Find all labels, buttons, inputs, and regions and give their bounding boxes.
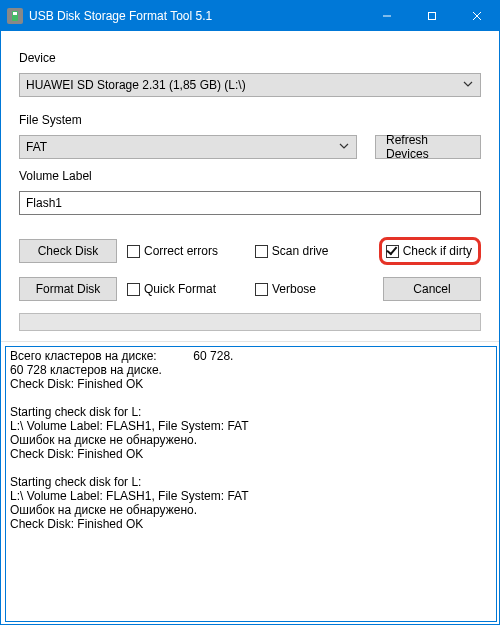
checkbox-icon [255, 283, 268, 296]
log-text: Всего кластеров на диске: 60 728. 60 728… [6, 347, 497, 533]
progress-bar [19, 313, 481, 331]
check-if-dirty-checkbox[interactable]: Check if dirty [386, 244, 472, 258]
window-title: USB Disk Storage Format Tool 5.1 [29, 9, 358, 23]
device-dropdown[interactable]: HUAWEI SD Storage 2.31 (1,85 GB) (L:\) [19, 73, 481, 97]
minimize-button[interactable] [364, 1, 409, 31]
app-window: USB Disk Storage Format Tool 5.1 Device … [0, 0, 500, 625]
maximize-button[interactable] [409, 1, 454, 31]
svg-rect-1 [13, 12, 17, 15]
log-textarea[interactable]: Всего кластеров на диске: 60 728. 60 728… [5, 346, 497, 622]
close-button[interactable] [454, 1, 499, 31]
correct-errors-checkbox[interactable]: Correct errors [127, 244, 245, 258]
verbose-checkbox[interactable]: Verbose [255, 282, 373, 296]
chevron-down-icon [462, 78, 474, 93]
chevron-down-icon [338, 140, 350, 155]
svg-rect-3 [428, 13, 435, 20]
checkbox-icon [255, 245, 268, 258]
titlebar[interactable]: USB Disk Storage Format Tool 5.1 [1, 1, 499, 31]
file-system-label: File System [19, 113, 481, 127]
app-icon [7, 8, 23, 24]
checkbox-icon [127, 283, 140, 296]
checkbox-icon [386, 245, 399, 258]
format-disk-button[interactable]: Format Disk [19, 277, 117, 301]
cancel-button[interactable]: Cancel [383, 277, 481, 301]
file-system-selected: FAT [26, 140, 47, 154]
refresh-devices-button[interactable]: Refresh Devices [375, 135, 481, 159]
volume-label-label: Volume Label [19, 169, 481, 183]
main-panel: Device HUAWEI SD Storage 2.31 (1,85 GB) … [1, 31, 499, 341]
volume-label-input[interactable] [19, 191, 481, 215]
scan-drive-label: Scan drive [272, 244, 329, 258]
verbose-label: Verbose [272, 282, 316, 296]
scan-drive-checkbox[interactable]: Scan drive [255, 244, 373, 258]
check-if-dirty-label: Check if dirty [403, 244, 472, 258]
correct-errors-label: Correct errors [144, 244, 218, 258]
check-disk-button[interactable]: Check Disk [19, 239, 117, 263]
file-system-dropdown[interactable]: FAT [19, 135, 357, 159]
checkbox-icon [127, 245, 140, 258]
device-label: Device [19, 51, 481, 65]
quick-format-checkbox[interactable]: Quick Format [127, 282, 245, 296]
highlight-annotation: Check if dirty [379, 237, 481, 265]
device-selected: HUAWEI SD Storage 2.31 (1,85 GB) (L:\) [26, 78, 246, 92]
log-panel: Всего кластеров на диске: 60 728. 60 728… [1, 341, 499, 624]
quick-format-label: Quick Format [144, 282, 216, 296]
